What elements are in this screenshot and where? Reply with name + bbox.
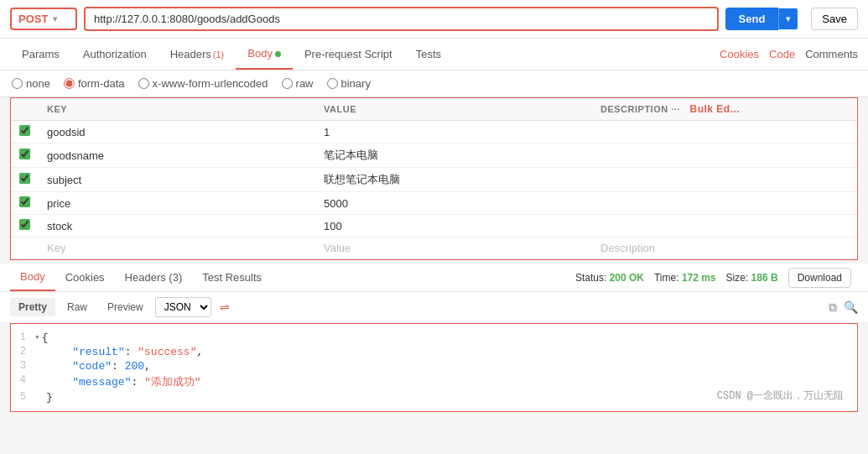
method-arrow-icon: ▾ (53, 14, 57, 23)
response-status: Status: 200 OK Time: 172 ms Size: 186 B … (575, 268, 858, 288)
json-line-2: 2 "result": "success", (11, 345, 857, 359)
table-row: price 5000 (11, 192, 857, 215)
cookies-link[interactable]: Cookies (720, 48, 759, 60)
time-label: Time: 172 ms (654, 272, 716, 284)
json-line-4: 4 "message": "添加成功" (11, 373, 857, 390)
tab-headers[interactable]: Headers(1) (159, 39, 236, 69)
search-icon[interactable]: 🔍 (844, 300, 858, 315)
key-cell-2: goodsname (39, 144, 315, 168)
value-cell-2: 笔记本电脑 (315, 144, 592, 168)
desc-cell-5 (592, 215, 857, 237)
desc-cell-2 (592, 144, 857, 168)
bulk-edit-button[interactable]: Bulk Ed... (689, 103, 740, 115)
radio-binary[interactable]: binary (327, 77, 371, 90)
status-label: Status: 200 OK (575, 272, 644, 284)
radio-form-data[interactable]: form-data (64, 77, 125, 90)
send-btn-group: Send ▾ (725, 8, 798, 30)
json-line-3: 3 "code": 200, (11, 359, 857, 373)
tab-params[interactable]: Params (10, 39, 71, 69)
empty-row: Key Value Description (11, 237, 857, 259)
row-checkbox-3[interactable] (19, 173, 30, 184)
empty-key: Key (39, 237, 315, 259)
row-checkbox-2[interactable] (19, 149, 30, 159)
value-cell-4: 5000 (315, 192, 592, 215)
row-checkbox-5[interactable] (19, 219, 30, 230)
view-tab-pretty[interactable]: Pretty (10, 298, 55, 316)
radio-none[interactable]: none (12, 77, 50, 90)
row-checkbox-1[interactable] (19, 125, 30, 136)
format-icon[interactable]: ⇌ (220, 300, 230, 314)
response-tab-bar: Body Cookies Headers (3) Test Results St… (0, 264, 868, 292)
response-tab-test-results[interactable]: Test Results (192, 264, 272, 290)
copy-icon[interactable]: ⧉ (829, 300, 837, 315)
body-options: none form-data x-www-form-urlencoded raw… (0, 70, 868, 97)
radio-raw[interactable]: raw (282, 77, 314, 90)
desc-header: DESCRIPTION ··· Bulk Ed... (592, 98, 857, 121)
method-select[interactable]: POST ▾ (10, 8, 77, 30)
key-header: KEY (39, 98, 315, 121)
response-tab-headers[interactable]: Headers (3) (115, 264, 193, 290)
key-cell-4: price (39, 192, 315, 215)
view-tab-raw[interactable]: Raw (59, 298, 96, 316)
send-dropdown-button[interactable]: ▾ (778, 8, 798, 29)
view-tab-preview[interactable]: Preview (99, 298, 152, 316)
json-line-1: 1 ▾ { (11, 331, 857, 345)
save-button[interactable]: Save (811, 8, 858, 30)
table-row: goodsid 1 (11, 121, 857, 144)
watermark: CSDN @一念既出，万山无阻 (717, 389, 844, 403)
radio-urlencoded[interactable]: x-www-form-urlencoded (138, 77, 268, 90)
collapse-icon[interactable]: ▾ (34, 331, 40, 342)
value-cell-1: 1 (315, 121, 592, 144)
code-link[interactable]: Code (769, 48, 795, 60)
value-header: VALUE (315, 98, 592, 121)
url-input[interactable] (84, 7, 719, 31)
more-options-icon[interactable]: ··· (671, 104, 680, 114)
send-button[interactable]: Send (725, 8, 779, 30)
json-viewer: 1 ▾ { 2 "result": "success", 3 "code": 2… (10, 323, 858, 412)
form-table-wrapper: KEY VALUE DESCRIPTION ··· Bulk Ed... goo… (10, 97, 858, 260)
row-checkbox-4[interactable] (19, 196, 30, 207)
body-dot (275, 51, 281, 57)
tab-pre-request[interactable]: Pre-request Script (293, 39, 404, 69)
empty-value: Value (315, 237, 592, 259)
response-tab-cookies[interactable]: Cookies (55, 264, 115, 290)
response-view-icons: ⧉ 🔍 (829, 300, 858, 315)
method-label: POST (18, 13, 48, 25)
tab-body[interactable]: Body (236, 39, 293, 70)
size-label: Size: 186 B (726, 272, 778, 284)
table-row: subject 联想笔记本电脑 (11, 168, 857, 192)
desc-cell-1 (592, 121, 857, 144)
empty-desc: Description (592, 237, 857, 259)
response-view-bar: Pretty Raw Preview JSON XML HTML Text ⇌ … (0, 292, 868, 323)
status-code: 200 OK (610, 272, 644, 284)
headers-badge: (1) (213, 50, 224, 60)
table-row: goodsname 笔记本电脑 (11, 144, 857, 168)
form-table: KEY VALUE DESCRIPTION ··· Bulk Ed... goo… (11, 98, 857, 259)
top-bar: POST ▾ Send ▾ Save (0, 0, 868, 39)
desc-cell-4 (592, 192, 857, 215)
right-links: Cookies Code Comments (720, 48, 858, 60)
format-select[interactable]: JSON XML HTML Text (155, 297, 211, 317)
request-tab-bar: Params Authorization Headers(1) Body Pre… (0, 39, 868, 70)
size-value: 186 B (751, 272, 778, 284)
tab-authorization[interactable]: Authorization (71, 39, 159, 69)
comments-link[interactable]: Comments (805, 48, 858, 60)
time-value: 172 ms (682, 272, 716, 284)
response-tab-body[interactable]: Body (10, 264, 55, 291)
tab-tests[interactable]: Tests (404, 39, 453, 69)
key-cell-5: stock (39, 215, 315, 237)
desc-cell-3 (592, 168, 857, 192)
value-cell-3: 联想笔记本电脑 (315, 168, 592, 192)
value-cell-5: 100 (315, 215, 592, 237)
key-cell-1: goodsid (39, 121, 315, 144)
key-cell-3: subject (39, 168, 315, 192)
table-row: stock 100 (11, 215, 857, 237)
download-button[interactable]: Download (788, 268, 851, 288)
